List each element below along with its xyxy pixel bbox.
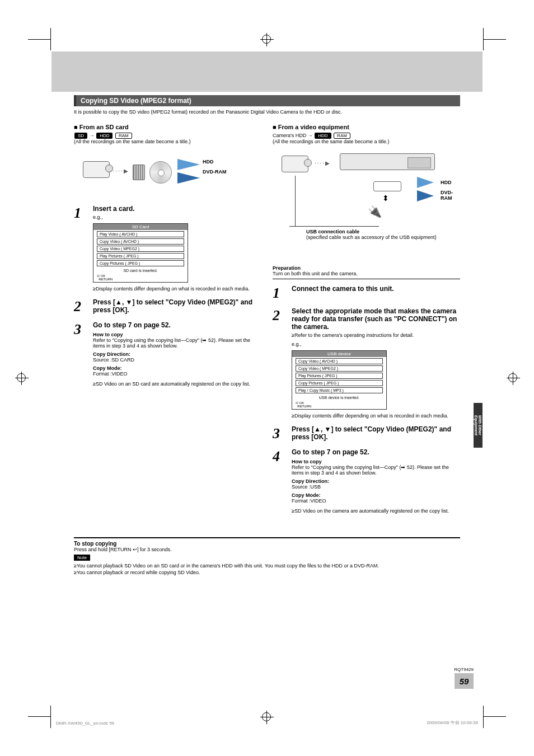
stop-text: Press and hold [RETURN ↩] for 3 seconds. <box>74 547 460 552</box>
footer-filename: DMR-XW450_GL_en.indb 59 <box>56 721 114 726</box>
bullet-text: ≥Display contents differ depending on wh… <box>292 413 460 419</box>
step-1-left: 1 Insert a card. e.g., SD Card Play Vide… <box>74 205 261 293</box>
from-video-heading: ■ From a video equipment <box>273 124 460 130</box>
copy-direction-value: Source :SD CARD <box>93 357 261 363</box>
section-header: Copying SD Video (MPEG2 format) <box>74 95 460 106</box>
step-number: 1 <box>273 285 285 302</box>
media-flow-right: Camera's HDD → HDD RAM <box>273 133 460 139</box>
menu-return: ⊙ OK RETURN <box>93 274 188 282</box>
right-column: ■ From a video equipment Camera's HDD → … <box>273 120 460 520</box>
header-gray-band <box>51 51 483 92</box>
arrow-icon <box>417 177 434 188</box>
copy-mode-value: Format :VIDEO <box>93 371 261 377</box>
diagram-labels: HDD DVD-RAM <box>441 180 460 201</box>
sd-card-menu: SD Card Play Video ( AVCHD ) Copy Video … <box>93 223 188 283</box>
step-2-right: 2 Select the appropriate mode that makes… <box>273 307 460 420</box>
step-3-right: 3 Press [▲, ▼] to select "Copy Video (MP… <box>273 425 460 443</box>
bullet-text: ≥Refer to the camera's operating instruc… <box>292 332 460 338</box>
menu-item: Play Pictures ( JPEG ) <box>97 253 184 259</box>
rqt-code: RQT9429 <box>454 667 474 672</box>
step-title: Select the appropriate mode that makes t… <box>292 307 460 331</box>
right-diagram: ····▶ HDD DVD-RAM ⬍ 🔌 USB connection cab… <box>273 149 460 261</box>
step-number: 2 <box>273 307 285 420</box>
sd-badge: SD <box>74 133 87 139</box>
step-title: Press [▲, ▼] to select "Copy Video (MPEG… <box>93 298 261 314</box>
eg-label: e.g., <box>292 341 460 347</box>
intro-text: It is possible to copy the SD video (MPE… <box>74 109 460 115</box>
dotted-arrow-icon: ····▶ <box>315 160 331 166</box>
left-column: ■ From an SD card SD → HDD RAM (All the … <box>74 120 261 520</box>
preparation: Preparation Turn on both this unit and t… <box>273 265 460 276</box>
arrow-icon <box>177 159 200 170</box>
step-number: 3 <box>273 425 285 443</box>
left-diagram: ·····▶ HDD DVD-RAM <box>74 149 261 199</box>
step-2-left: 2 Press [▲, ▼] to select "Copy Video (MP… <box>74 298 261 316</box>
dotted-arrow-icon: ·····▶ <box>110 168 129 174</box>
media-flow-left: SD → HDD RAM <box>74 133 261 139</box>
note-bullet: ≥You cannot playback SD Video on an SD c… <box>74 563 460 569</box>
menu-title: USB device <box>292 351 386 357</box>
stop-title: To stop copying <box>74 541 460 547</box>
arrow-icon <box>417 190 434 201</box>
note-bullet: ≥You cannot playback or record while cop… <box>74 570 460 575</box>
menu-item: Copy Pictures ( JPEG ) <box>97 260 184 266</box>
menu-footer: SD card is inserted. <box>93 267 188 274</box>
bullet-text: ≥SD Video on the camera are automaticall… <box>292 508 460 514</box>
device-slot-icon <box>373 181 401 191</box>
ram-badge: RAM <box>334 133 350 139</box>
step-title: Go to step 7 on page 52. <box>292 448 460 456</box>
step-1-right: 1 Connect the camera to this unit. <box>273 285 460 302</box>
diagram-labels: HDD DVD-RAM <box>203 159 227 175</box>
recorder-icon <box>340 153 435 170</box>
footer-timestamp: 2009/04/08 午前 10:06:38 <box>427 720 478 726</box>
copy-mode-label: Copy Mode: <box>292 492 460 498</box>
cable-line <box>289 226 379 227</box>
same-date-note-right: (All the recordings on the same date bec… <box>273 139 460 144</box>
menu-footer: USB device is inserted. <box>292 395 386 401</box>
eg-label: e.g., <box>93 214 261 220</box>
step-3-left: 3 Go to step 7 on page 52. How to copy R… <box>74 321 261 388</box>
divider <box>273 279 460 279</box>
menu-item: Copy Video ( MPEG2 ) <box>97 246 184 252</box>
step-4-right: 4 Go to step 7 on page 52. How to copy R… <box>273 448 460 515</box>
page-number: 59 <box>455 673 474 689</box>
hdd-badge: HDD <box>96 133 113 139</box>
bullet-text: ≥Display contents differ depending on wh… <box>93 286 261 292</box>
menu-item: Play / Copy Music ( MP3 ) <box>296 387 383 393</box>
menu-item: Copy Video ( AVCHD ) <box>97 238 184 245</box>
step-number: 4 <box>273 448 285 515</box>
copy-direction-label: Copy Direction: <box>93 351 261 357</box>
usb-plug-icon: 🔌 <box>368 205 382 218</box>
step-number: 1 <box>74 205 86 293</box>
camcorder-icon <box>78 159 112 181</box>
usb-connector-icon: ⬍ <box>382 194 389 203</box>
menu-return: ⊙ OK RETURN <box>292 401 386 409</box>
copy-direction-label: Copy Direction: <box>292 478 460 484</box>
disc-icon <box>149 161 172 184</box>
arrow-icon <box>177 172 200 184</box>
step-title: Press [▲, ▼] to select "Copy Video (MPEG… <box>292 425 460 441</box>
same-date-note-left: (All the recordings on the same date bec… <box>74 139 261 144</box>
sdcard-icon <box>133 165 145 180</box>
menu-item: Copy Pictures ( JPEG ) <box>296 380 383 386</box>
note-badge: Note <box>74 555 90 561</box>
bullet-text: ≥SD Video on an SD card are automaticall… <box>93 381 261 387</box>
stop-copying-section: To stop copying Press and hold [RETURN ↩… <box>74 537 460 575</box>
step-number: 2 <box>74 298 86 316</box>
side-tab: With Other Equipment <box>474 403 483 448</box>
usb-device-menu: USB device Copy Video ( AVCHD ) Copy Vid… <box>292 350 387 410</box>
step-number: 3 <box>74 321 86 388</box>
how-to-copy-label: How to copy <box>292 459 460 464</box>
how-to-copy-label: How to copy <box>93 332 261 337</box>
ram-badge: RAM <box>115 133 132 139</box>
copy-direction-value: Source :USB <box>292 484 460 490</box>
step-title: Insert a card. <box>93 205 261 213</box>
copy-mode-label: Copy Mode: <box>93 365 261 371</box>
cable-line <box>295 176 296 226</box>
step-title: Go to step 7 on page 52. <box>93 321 261 329</box>
menu-title: SD Card <box>93 224 188 230</box>
how-to-copy-text: Refer to "Copying using the copying list… <box>292 464 460 476</box>
copy-mode-value: Format :VIDEO <box>292 498 460 504</box>
page-content: Copying SD Video (MPEG2 format) It is po… <box>74 95 460 576</box>
camcorder-icon <box>277 153 311 176</box>
